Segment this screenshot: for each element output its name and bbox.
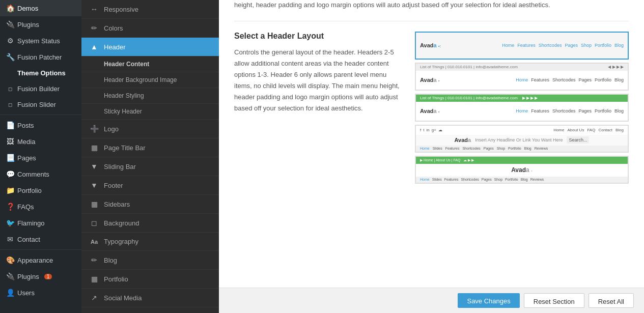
portfolio-ts-icon: ▦ xyxy=(90,275,99,283)
layout-2-topbar: List of Things | 010.010.0101 | info@ava… xyxy=(416,64,628,71)
fusion-patcher-icon: 🔧 xyxy=(6,53,14,61)
sidebar-item-users[interactable]: 👤 Users xyxy=(0,284,81,301)
blog-icon: ✏ xyxy=(90,256,99,264)
sidebar-item-comments[interactable]: 💬 Comments xyxy=(0,166,81,182)
layout-4-inner: fting+☁ Home About Us FAQ Contact Blog xyxy=(416,126,628,152)
theme-sidebar-item-sidebars[interactable]: ▦ Sidebars xyxy=(81,195,219,214)
background-icon: ◻ xyxy=(90,219,99,227)
layout-4-headline: Avada Insert Any Headline Or Link You Wa… xyxy=(416,135,628,146)
theme-sidebar-item-sliding-bar[interactable]: ▼ Sliding Bar xyxy=(81,157,219,176)
responsive-icon: ↔ xyxy=(90,5,99,13)
theme-sidebar-item-portfolio[interactable]: ▦ Portfolio xyxy=(81,270,219,289)
pages-icon: 📃 xyxy=(6,154,14,162)
colors-icon: ✏ xyxy=(90,24,99,32)
theme-sidebar-item-page-title-bar[interactable]: ▦ Page Title Bar xyxy=(81,138,219,157)
save-changes-button[interactable]: Save Changes xyxy=(458,293,519,308)
media-icon: 🖼 xyxy=(6,137,14,146)
layout-preview-1[interactable]: Avada •: Home Features Shortcodes Pages … xyxy=(415,32,629,60)
header-content-section: Header Content xyxy=(81,56,219,72)
theme-sidebar-item-header-bg-image[interactable]: Header Background Image xyxy=(81,72,219,88)
layout-5-topbar: ▶ Home | About Us | FAQ ☁ ▶ ▶ xyxy=(416,157,628,164)
layout-previews: Avada •: Home Features Shortcodes Pages … xyxy=(415,32,629,184)
theme-sidebar-item-responsive[interactable]: ↔ Responsive xyxy=(81,0,219,19)
sidebar-item-plugins-bottom[interactable]: 🔌 Plugins 1 xyxy=(0,268,81,284)
sidebar-item-flamingo[interactable]: 🐦 Flamingo xyxy=(0,215,81,231)
layout-4-nav-bottom: Home Slides Features Shortcodes Pages Sh… xyxy=(416,146,628,152)
page-title-bar-icon: ▦ xyxy=(90,144,99,152)
sidebar-item-fusion-patcher[interactable]: 🔧 Fusion Patcher xyxy=(0,49,81,65)
logo-icon: ➕ xyxy=(90,125,99,133)
theme-sidebar-item-colors[interactable]: ✏ Colors xyxy=(81,19,219,38)
fusion-slider-icon: ◻ xyxy=(6,102,14,107)
layout-5-inner: ▶ Home | About Us | FAQ ☁ ▶ ▶ Avada • Ho… xyxy=(416,157,628,183)
sidebar-divider-2 xyxy=(0,249,81,250)
layout-5-bottom: Avada • xyxy=(416,164,628,177)
layout-5-nav-bottom: Home Slides Features Shortcodes Pages Sh… xyxy=(416,177,628,183)
admin-sidebar: 🏠 Demos 🔌 Plugins ⚙ System Status 🔧 Fusi… xyxy=(0,0,81,313)
sidebar-item-posts[interactable]: 📄 Posts xyxy=(0,117,81,133)
footer-action-bar: Save Changes Reset Section Reset All xyxy=(219,288,644,313)
typography-icon: Aa xyxy=(90,239,99,245)
plugins-badge: 1 xyxy=(44,274,52,279)
social-media-icon: ↗ xyxy=(90,294,99,302)
sidebar-item-system-status[interactable]: ⚙ System Status xyxy=(0,33,81,49)
theme-sidebar-item-blog[interactable]: ✏ Blog xyxy=(81,251,219,270)
layout-3-nav: Avada • Home Features Shortcodes Pages P… xyxy=(416,102,628,121)
top-description: height, header padding and logo margin o… xyxy=(234,0,629,21)
layout-preview-3[interactable]: List of Things | 010.010.0101 | info@ava… xyxy=(415,94,629,122)
sidebar-item-fusion-slider[interactable]: ◻ Fusion Slider xyxy=(0,97,81,112)
sidebar-item-theme-options[interactable]: Theme Options xyxy=(0,65,81,81)
fusion-builder-icon: ◻ xyxy=(6,86,14,92)
layout-3-topbar: List of Things | 010.010.0101 | info@ava… xyxy=(416,95,628,102)
sidebar-item-fusion-builder[interactable]: ◻ Fusion Builder xyxy=(0,81,81,97)
layout-preview-2[interactable]: List of Things | 010.010.0101 | info@ava… xyxy=(415,63,629,91)
header-icon: ▲ xyxy=(90,43,99,51)
theme-sidebar-item-footer[interactable]: ▼ Footer xyxy=(81,176,219,195)
sidebars-icon: ▦ xyxy=(90,200,99,208)
contact-icon: ✉ xyxy=(6,235,14,243)
faqs-icon: ❓ xyxy=(6,203,14,211)
theme-sidebar-item-social-media[interactable]: ↗ Social Media xyxy=(81,289,219,307)
comments-icon: 💬 xyxy=(6,170,14,178)
reset-all-button[interactable]: Reset All xyxy=(589,293,634,308)
layout-preview-4[interactable]: fting+☁ Home About Us FAQ Contact Blog xyxy=(415,125,629,153)
plugins-bottom-icon: 🔌 xyxy=(6,272,14,280)
theme-sidebar-item-background[interactable]: ◻ Background xyxy=(81,214,219,233)
sidebar-item-faqs[interactable]: ❓ FAQs xyxy=(0,198,81,215)
sidebar-item-contact[interactable]: ✉ Contact xyxy=(0,231,81,247)
content-body: height, header padding and logo margin o… xyxy=(219,0,644,288)
theme-sidebar-item-typography[interactable]: Aa Typography xyxy=(81,233,219,251)
layout-1-inner: Avada •: Home Features Shortcodes Pages … xyxy=(416,33,628,59)
sidebar-divider-1 xyxy=(0,115,81,115)
sidebar-item-media[interactable]: 🖼 Media xyxy=(0,133,81,150)
layout-2-nav: Avada • Home Features Shortcodes Pages P… xyxy=(416,71,628,90)
users-icon: 👤 xyxy=(6,289,14,297)
system-status-icon: ⚙ xyxy=(6,37,14,45)
sliding-bar-icon: ▼ xyxy=(90,162,99,170)
appearance-icon: 🎨 xyxy=(6,256,14,264)
sidebar-item-demos[interactable]: 🏠 Demos xyxy=(0,0,81,16)
posts-icon: 📄 xyxy=(6,121,14,129)
theme-sidebar-item-header[interactable]: ▲ Header xyxy=(81,38,219,56)
layout-1-logo: Avada •: xyxy=(420,42,441,48)
layout-1-links: Home Features Shortcodes Pages Shop Port… xyxy=(502,43,624,48)
layout-section: Avada •: Home Features Shortcodes Pages … xyxy=(234,32,629,184)
footer-icon: ▼ xyxy=(90,181,99,189)
theme-sidebar-item-logo[interactable]: ➕ Logo xyxy=(81,120,219,138)
layout-2-inner: List of Things | 010.010.0101 | info@ava… xyxy=(416,64,628,90)
main-content: height, header padding and logo margin o… xyxy=(219,0,644,313)
sidebar-item-pages[interactable]: 📃 Pages xyxy=(0,150,81,166)
sidebar-item-appearance[interactable]: 🎨 Appearance xyxy=(0,252,81,268)
plugins-icon: 🔌 xyxy=(6,20,14,29)
theme-sidebar-item-sticky-header[interactable]: Sticky Header xyxy=(81,104,219,120)
sidebar-item-plugins-top[interactable]: 🔌 Plugins xyxy=(0,16,81,33)
layout-3-inner: List of Things | 010.010.0101 | info@ava… xyxy=(416,95,628,121)
sidebar-item-portfolio[interactable]: 📁 Portfolio xyxy=(0,182,81,198)
layout-1-nav: Avada •: Home Features Shortcodes Pages … xyxy=(416,33,628,59)
reset-section-button[interactable]: Reset Section xyxy=(524,293,584,308)
layout-4-links-top: fting+☁ Home About Us FAQ Contact Blog xyxy=(416,126,628,135)
layout-preview-5[interactable]: ▶ Home | About Us | FAQ ☁ ▶ ▶ Avada • Ho… xyxy=(415,156,629,184)
flamingo-icon: 🐦 xyxy=(6,219,14,227)
portfolio-icon: 📁 xyxy=(6,186,14,194)
theme-sidebar-item-header-styling[interactable]: Header Styling xyxy=(81,88,219,104)
